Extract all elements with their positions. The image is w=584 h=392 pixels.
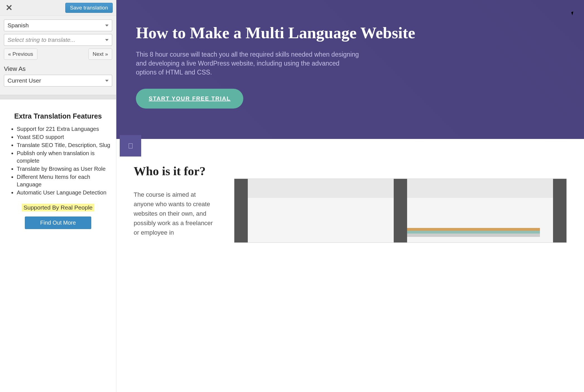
promo-heading: Extra Translation Features (5, 112, 111, 120)
language-select-value: Spanish (8, 22, 29, 29)
list-item: Support for 221 Extra Languages (17, 125, 111, 133)
list-item: Translate by Browsing as User Role (17, 165, 111, 173)
document-icon (129, 143, 133, 148)
section-title: Who is it for? (134, 164, 217, 178)
list-item: Translate SEO Title, Description, Slug (17, 141, 111, 149)
language-select[interactable]: Spanish (4, 20, 112, 31)
sidebar-topbar: ✕ Save translation (0, 0, 116, 16)
list-item: Different Menu Items for each Language (17, 173, 111, 188)
hero-section: How to Make a Multi Language Website Thi… (116, 0, 584, 139)
next-button[interactable]: Next » (88, 49, 112, 60)
close-icon[interactable]: ✕ (3, 2, 15, 13)
text-column: Who is it for? The course is aimed at an… (134, 164, 217, 243)
section-badge (120, 135, 141, 157)
chevron-down-icon (105, 25, 109, 27)
view-as-value: Current User (8, 77, 41, 84)
promo-panel: Extra Translation Features Support for 2… (0, 105, 116, 392)
image-decor (407, 234, 540, 237)
list-item: Automatic User Language Detection (17, 189, 111, 196)
section-image (234, 179, 567, 243)
hero-background (116, 0, 584, 139)
divider (0, 99, 116, 105)
chevron-down-icon (105, 80, 109, 82)
live-preview: How to Make a Multi Language Website Thi… (116, 0, 584, 392)
who-section: Who is it for? The course is aimed at an… (116, 139, 584, 243)
list-item: Publish only when translation is complet… (17, 150, 111, 165)
nav-row: « Previous Next » (4, 49, 112, 60)
chevron-down-icon (105, 39, 109, 41)
promo-feature-list: Support for 221 Extra Languages Yoast SE… (5, 125, 111, 196)
list-item: Yoast SEO support (17, 133, 111, 141)
previous-button[interactable]: « Previous (4, 49, 37, 60)
supported-text: Supported By Real People (22, 204, 94, 211)
view-as-select[interactable]: Current User (4, 75, 112, 86)
divider (0, 95, 116, 99)
two-column: Who is it for? The course is aimed at an… (134, 164, 567, 243)
view-as-label: View As (4, 65, 112, 73)
view-as-section: View As Current User (0, 62, 116, 95)
find-out-more-button[interactable]: Find Out More (25, 217, 91, 229)
string-select[interactable]: Select string to translate... (4, 34, 112, 46)
save-translation-button[interactable]: Save translation (65, 3, 113, 13)
sidebar-controls: Spanish Select string to translate... « … (0, 16, 116, 62)
section-body: The course is aimed at anyone who wants … (134, 190, 217, 237)
string-select-placeholder: Select string to translate... (8, 37, 75, 43)
translation-sidebar: ✕ Save translation Spanish Select string… (0, 0, 116, 392)
